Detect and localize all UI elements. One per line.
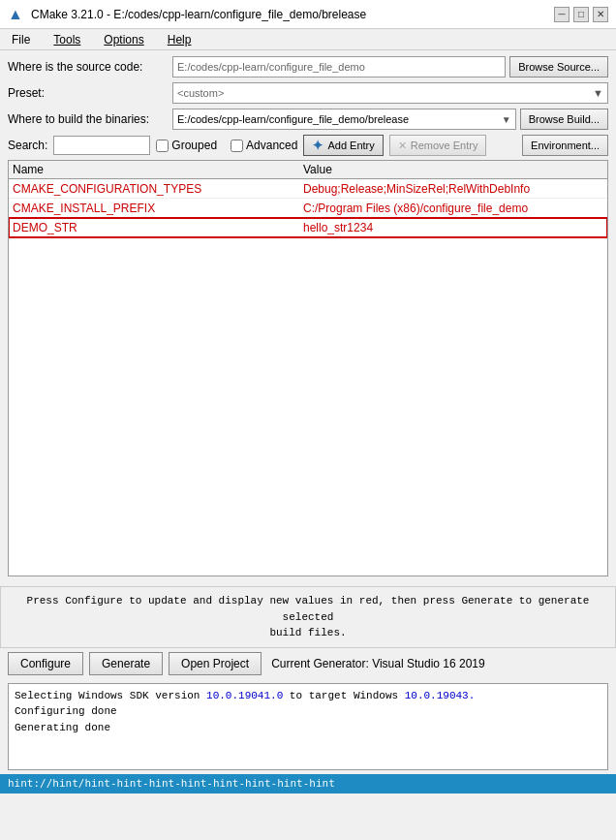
menu-file[interactable]: File xyxy=(8,32,34,47)
remove-entry-button[interactable]: ✕ Remove Entry xyxy=(389,135,487,156)
configure-button[interactable]: Configure xyxy=(8,652,83,675)
preset-value: <custom> xyxy=(177,87,593,99)
browse-build-button[interactable]: Browse Build... xyxy=(520,109,608,130)
environment-button[interactable]: Environment... xyxy=(522,135,608,156)
grouped-label: Grouped xyxy=(171,139,217,152)
cell-name: DEMO_STR xyxy=(13,221,303,234)
minimize-button[interactable]: ─ xyxy=(554,7,570,22)
table-row[interactable]: CMAKE_INSTALL_PREFIX C:/Program Files (x… xyxy=(9,199,607,218)
search-label: Search: xyxy=(8,139,47,152)
table-row[interactable]: CMAKE_CONFIGURATION_TYPES Debug;Release;… xyxy=(9,179,607,199)
log-area: Selecting Windows SDK version 10.0.19041… xyxy=(8,683,608,770)
search-input[interactable] xyxy=(53,136,150,155)
grouped-checkbox-label[interactable]: Grouped xyxy=(156,139,217,152)
status-text: Press Configure to update and display ne… xyxy=(27,595,590,638)
open-project-button[interactable]: Open Project xyxy=(169,652,262,675)
menu-options[interactable]: Options xyxy=(100,32,147,47)
add-entry-icon: ✦ xyxy=(312,138,323,153)
log-line-3: Generating done xyxy=(15,720,601,736)
window-controls: ─ □ ✕ xyxy=(554,7,608,22)
header-name: Name xyxy=(13,163,303,176)
preset-dropdown-icon[interactable]: ▼ xyxy=(593,87,603,99)
add-entry-button[interactable]: ✦ Add Entry xyxy=(303,135,383,156)
remove-entry-icon: ✕ xyxy=(398,140,407,152)
menu-tools[interactable]: Tools xyxy=(49,32,84,47)
app-logo: ▲ xyxy=(8,6,25,23)
generate-button[interactable]: Generate xyxy=(89,652,163,675)
log-line-2: Configuring done xyxy=(15,703,601,720)
log-line-1: Selecting Windows SDK version 10.0.19041… xyxy=(15,688,601,704)
title-bar-text: CMake 3.21.0 - E:/codes/cpp-learn/config… xyxy=(31,8,554,21)
table-header: Name Value xyxy=(9,161,607,179)
maximize-button[interactable]: □ xyxy=(573,7,589,22)
bottom-status-text: hint://hint/hint-hint-hint-hint-hint-hin… xyxy=(8,777,335,790)
close-button[interactable]: ✕ xyxy=(593,7,608,22)
build-row: Where to build the binaries: E:/codes/cp… xyxy=(8,109,608,130)
menu-bar: File Tools Options Help xyxy=(0,29,616,50)
source-row: Where is the source code: Browse Source.… xyxy=(8,56,608,78)
remove-entry-label: Remove Entry xyxy=(411,140,478,151)
source-input[interactable] xyxy=(172,56,506,78)
preset-row: Preset: <custom> ▼ xyxy=(8,82,608,104)
log-version1: 10.0.19041.0 xyxy=(206,690,283,701)
build-path: E:/codes/cpp-learn/configure_file_demo/b… xyxy=(177,113,502,125)
status-message: Press Configure to update and display ne… xyxy=(0,586,616,648)
preset-label: Preset: xyxy=(8,86,172,100)
add-entry-label: Add Entry xyxy=(327,140,374,151)
source-label: Where is the source code: xyxy=(8,60,172,74)
log-version2: 10.0.19043. xyxy=(405,690,476,701)
browse-source-button[interactable]: Browse Source... xyxy=(509,56,608,78)
cell-value: hello_str1234 xyxy=(303,221,603,234)
build-label: Where to build the binaries: xyxy=(8,112,172,126)
cell-value: Debug;Release;MinSizeRel;RelWithDebInfo xyxy=(303,182,603,196)
advanced-label: Advanced xyxy=(246,139,297,152)
current-generator-label: Current Generator: Visual Studio 16 2019 xyxy=(271,657,485,670)
cell-name: CMAKE_CONFIGURATION_TYPES xyxy=(13,182,303,196)
build-dropdown-icon[interactable]: ▼ xyxy=(502,114,511,125)
title-bar: ▲ CMake 3.21.0 - E:/codes/cpp-learn/conf… xyxy=(0,0,616,29)
toolbar-row: Search: Grouped Advanced ✦ Add Entry ✕ R… xyxy=(8,135,608,156)
main-window: Where is the source code: Browse Source.… xyxy=(0,50,616,586)
bottom-status-bar: hint://hint/hint-hint-hint-hint-hint-hin… xyxy=(0,774,616,793)
menu-help[interactable]: Help xyxy=(164,32,196,47)
grouped-checkbox[interactable] xyxy=(156,140,169,152)
action-buttons: Configure Generate Open Project Current … xyxy=(0,648,616,679)
checkbox-group: Grouped Advanced xyxy=(156,139,297,152)
advanced-checkbox-label[interactable]: Advanced xyxy=(231,139,297,152)
table-row-selected[interactable]: DEMO_STR hello_str1234 xyxy=(9,218,607,237)
cell-name: CMAKE_INSTALL_PREFIX xyxy=(13,202,303,215)
entries-table: Name Value CMAKE_CONFIGURATION_TYPES Deb… xyxy=(8,160,608,576)
advanced-checkbox[interactable] xyxy=(231,140,243,152)
cell-value: C:/Program Files (x86)/configure_file_de… xyxy=(303,202,603,215)
header-value: Value xyxy=(303,163,603,176)
